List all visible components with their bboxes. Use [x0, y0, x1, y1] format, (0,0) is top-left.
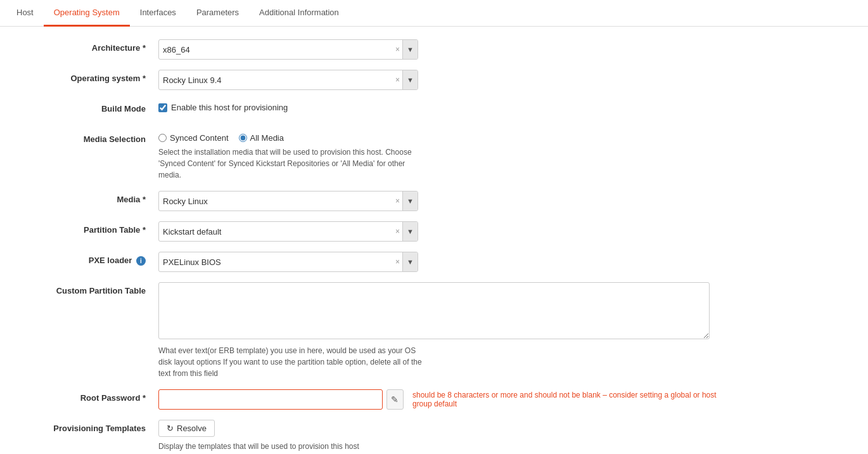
architecture-input[interactable]	[159, 45, 393, 55]
root-password-error: should be 8 characters or more and shoul…	[412, 391, 729, 408]
custom-partition-table-description: What ever text(or ERB template) you use …	[158, 345, 424, 379]
media-selection-description: Select the installation media that will …	[158, 146, 424, 181]
all-media-radio[interactable]	[239, 134, 247, 142]
tab-operating-system[interactable]: Operating System	[44, 0, 130, 27]
operating-system-clear-btn[interactable]: ×	[393, 75, 402, 84]
tab-host[interactable]: Host	[6, 0, 44, 27]
synced-content-radio[interactable]	[158, 134, 167, 142]
media-selection-control: Synced Content All Media Select the inst…	[158, 131, 729, 181]
custom-partition-table-textarea[interactable]	[158, 282, 710, 339]
partition-table-row: Partition Table * × ▼	[19, 221, 849, 242]
media-select[interactable]: × ▼	[158, 191, 418, 211]
partition-table-select[interactable]: × ▼	[158, 221, 418, 242]
media-selection-row: Media Selection Synced Content All Media…	[19, 131, 849, 181]
operating-system-label: Operating system *	[19, 70, 158, 83]
pxe-loader-label: PXE loader i	[19, 252, 158, 266]
build-mode-label: Build Mode	[19, 100, 158, 114]
media-control: × ▼	[158, 191, 729, 211]
operating-system-row: Operating system * × ▼	[19, 70, 849, 90]
main-content: Architecture * × ▼ Operating system * × …	[0, 27, 868, 454]
custom-partition-table-control: What ever text(or ERB template) you use …	[158, 282, 729, 379]
resolve-button-label: Resolve	[177, 424, 207, 433]
partition-table-clear-btn[interactable]: ×	[393, 227, 402, 236]
provisioning-templates-label: Provisioning Templates	[19, 420, 158, 433]
tab-bar: Host Operating System Interfaces Paramet…	[0, 0, 868, 27]
pxe-loader-control: × ▼	[158, 252, 729, 272]
architecture-select[interactable]: × ▼	[158, 39, 418, 60]
root-password-label: Root Password *	[19, 389, 158, 403]
provisioning-templates-description: Display the templates that will be used …	[158, 441, 424, 452]
media-selection-radio-group: Synced Content All Media	[158, 131, 729, 143]
tab-additional-information[interactable]: Additional Information	[249, 0, 349, 27]
architecture-control: × ▼	[158, 39, 729, 60]
operating-system-select[interactable]: × ▼	[158, 70, 418, 90]
media-clear-btn[interactable]: ×	[393, 197, 402, 205]
root-password-row: Root Password * ✎ should be 8 characters…	[19, 389, 849, 410]
custom-partition-table-label: Custom Partition Table	[19, 282, 158, 295]
architecture-dropdown-btn[interactable]: ▼	[402, 40, 418, 59]
all-media-label[interactable]: All Media	[250, 133, 284, 143]
pxe-loader-info-icon[interactable]: i	[136, 256, 146, 266]
partition-table-control: × ▼	[158, 221, 729, 242]
pxe-loader-dropdown-btn[interactable]: ▼	[402, 252, 418, 271]
partition-table-label: Partition Table *	[19, 221, 158, 235]
media-label: Media *	[19, 191, 158, 204]
pxe-loader-input[interactable]	[159, 257, 393, 267]
operating-system-dropdown-btn[interactable]: ▼	[402, 70, 418, 89]
provisioning-templates-control: ↻ Resolve Display the templates that wil…	[158, 420, 729, 452]
resolve-button[interactable]: ↻ Resolve	[158, 420, 215, 437]
build-mode-row: Build Mode Enable this host for provisio…	[19, 100, 849, 120]
architecture-label: Architecture *	[19, 39, 158, 53]
root-password-input[interactable]	[158, 389, 383, 410]
media-selection-all-media: All Media	[239, 133, 284, 143]
root-password-control: ✎ should be 8 characters or more and sho…	[158, 389, 729, 410]
pxe-loader-label-text: PXE loader	[89, 256, 132, 265]
media-dropdown-btn[interactable]: ▼	[402, 191, 418, 211]
tab-interfaces[interactable]: Interfaces	[130, 0, 186, 27]
synced-content-label[interactable]: Synced Content	[170, 133, 229, 143]
root-password-input-row: ✎ should be 8 characters or more and sho…	[158, 389, 729, 410]
architecture-row: Architecture * × ▼	[19, 39, 849, 60]
build-mode-checkbox-row: Enable this host for provisioning	[158, 100, 729, 112]
custom-partition-table-row: Custom Partition Table What ever text(or…	[19, 282, 849, 379]
media-input[interactable]	[159, 197, 393, 206]
pxe-loader-row: PXE loader i × ▼	[19, 252, 849, 272]
root-password-edit-btn[interactable]: ✎	[386, 389, 404, 410]
tab-parameters[interactable]: Parameters	[186, 0, 249, 27]
build-mode-checkbox[interactable]	[158, 103, 167, 112]
partition-table-dropdown-btn[interactable]: ▼	[402, 222, 418, 241]
pencil-icon: ✎	[391, 394, 399, 405]
media-selection-label: Media Selection	[19, 131, 158, 144]
provisioning-templates-row: Provisioning Templates ↻ Resolve Display…	[19, 420, 849, 452]
refresh-icon: ↻	[167, 424, 174, 433]
build-mode-control: Enable this host for provisioning	[158, 100, 729, 112]
partition-table-input[interactable]	[159, 227, 393, 237]
media-selection-synced-content: Synced Content	[158, 133, 229, 143]
pxe-loader-select[interactable]: × ▼	[158, 252, 418, 272]
media-row: Media * × ▼	[19, 191, 849, 211]
build-mode-checkbox-label[interactable]: Enable this host for provisioning	[171, 103, 288, 112]
operating-system-control: × ▼	[158, 70, 729, 90]
pxe-loader-clear-btn[interactable]: ×	[393, 257, 402, 266]
operating-system-input[interactable]	[159, 75, 393, 85]
architecture-clear-btn[interactable]: ×	[393, 45, 402, 54]
